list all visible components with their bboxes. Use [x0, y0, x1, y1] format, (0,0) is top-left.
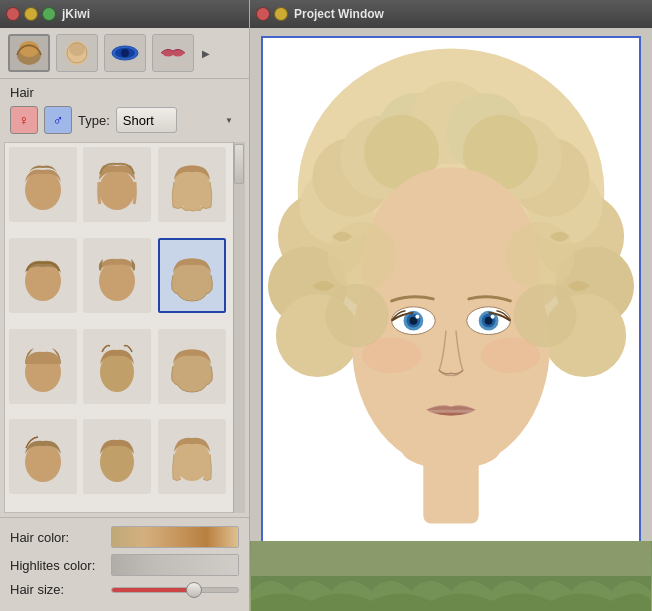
svg-point-44	[505, 222, 574, 291]
svg-point-61	[402, 430, 501, 470]
hair-item-2[interactable]	[83, 147, 151, 222]
svg-point-46	[513, 284, 576, 347]
toolbar-hair-btn[interactable]	[8, 34, 50, 72]
svg-point-13	[99, 261, 135, 301]
toolbar-eyes-btn[interactable]	[104, 34, 146, 72]
svg-point-3	[69, 42, 85, 56]
type-label: Type:	[78, 113, 110, 128]
type-select[interactable]: Short Long Medium Curly Straight	[116, 107, 177, 133]
project-title: Project Window	[294, 7, 384, 21]
section-label: Hair	[0, 79, 249, 104]
highlights-color-row: Highlites color:	[10, 554, 239, 576]
project-content	[250, 28, 652, 541]
svg-point-60	[481, 338, 540, 374]
hair-color-label: Hair color:	[10, 530, 105, 545]
svg-point-18	[25, 442, 61, 482]
close-button[interactable]	[6, 7, 20, 21]
hair-item-6[interactable]	[158, 238, 226, 313]
app-title: jKiwi	[62, 7, 90, 21]
hair-color-row: Hair color:	[10, 526, 239, 548]
hair-size-slider[interactable]	[111, 587, 239, 593]
svg-point-43	[327, 222, 396, 291]
hair-size-row: Hair size:	[10, 582, 239, 597]
hair-item-9[interactable]	[158, 329, 226, 404]
toolbar-skin-btn[interactable]	[56, 34, 98, 72]
slider-filled	[112, 588, 194, 592]
face-illustration	[263, 36, 639, 541]
toolbar-more-arrow[interactable]: ▶	[200, 46, 212, 61]
minimize-button[interactable]	[24, 7, 38, 21]
svg-point-59	[362, 338, 421, 374]
bottom-strip	[250, 541, 652, 611]
slider-thumb[interactable]	[186, 582, 202, 598]
hair-size-label: Hair size:	[10, 582, 105, 597]
svg-point-52	[415, 315, 419, 319]
highlights-color-bar[interactable]	[111, 554, 239, 576]
hair-grid	[4, 142, 245, 513]
hair-item-10[interactable]	[9, 419, 77, 494]
hair-item-5[interactable]	[83, 238, 151, 313]
scrollbar-thumb[interactable]	[234, 144, 244, 184]
hair-color-bar[interactable]	[111, 526, 239, 548]
nature-strip	[251, 541, 651, 611]
type-select-wrapper: Short Long Medium Curly Straight	[116, 107, 239, 133]
hair-item-4[interactable]	[9, 238, 77, 313]
highlights-color-label: Highlites color:	[10, 558, 105, 573]
scrollbar-track[interactable]	[233, 142, 245, 513]
toolbar: ▶	[0, 28, 249, 79]
maximize-button[interactable]	[42, 7, 56, 21]
svg-point-10	[99, 170, 135, 210]
male-symbol: ♂	[53, 112, 64, 128]
hair-item-3[interactable]	[158, 147, 226, 222]
toolbar-lips-btn[interactable]	[152, 34, 194, 72]
right-panel: Project Window	[250, 0, 652, 611]
project-min-btn[interactable]	[274, 7, 288, 21]
type-row: ♀ ♂ Type: Short Long Medium Curly Straig…	[0, 104, 249, 142]
svg-point-58	[491, 315, 495, 319]
svg-point-1	[19, 41, 39, 57]
female-symbol: ♀	[19, 112, 30, 128]
hair-item-7[interactable]	[9, 329, 77, 404]
male-gender-btn[interactable]: ♂	[44, 106, 72, 134]
face-frame	[261, 36, 641, 541]
project-titlebar: Project Window	[250, 0, 652, 28]
svg-point-7	[121, 49, 129, 57]
hair-item-8[interactable]	[83, 329, 151, 404]
hair-item-11[interactable]	[83, 419, 151, 494]
svg-point-9	[25, 170, 61, 210]
female-gender-btn[interactable]: ♀	[10, 106, 38, 134]
bottom-controls: Hair color: Highlites color: Hair size:	[0, 517, 249, 611]
project-close-btn[interactable]	[256, 7, 270, 21]
hair-item-1[interactable]	[9, 147, 77, 222]
svg-point-45	[325, 284, 388, 347]
hair-item-12[interactable]	[158, 419, 226, 494]
